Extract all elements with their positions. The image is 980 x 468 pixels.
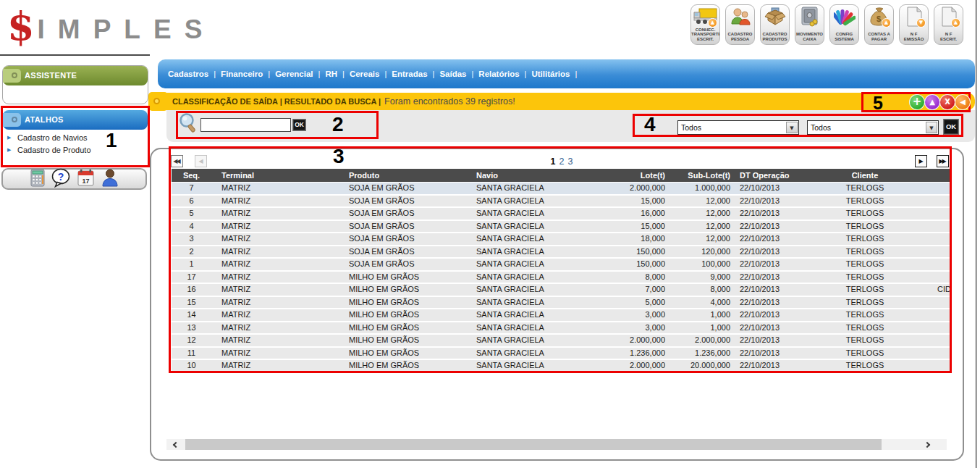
cell-sub-lote-t: 120,000	[669, 246, 735, 258]
table-row[interactable]: 3MATRIZSOJA EM GRÃOSSANTA GRACIELA18,000…	[172, 233, 952, 245]
menu-item-cereais[interactable]: Cereais	[350, 70, 380, 78]
menu-item-utilitarios[interactable]: Utilitários	[531, 70, 570, 78]
pagination-page-2[interactable]: 2	[559, 156, 565, 167]
table-row[interactable]: 6MATRIZSOJA EM GRÃOSSANTA GRACIELA15,000…	[172, 196, 952, 207]
back-icon[interactable]: ◀	[955, 94, 971, 110]
toolbar-button-movimento-caixa[interactable]: MOVIMENTOCAIXA	[795, 4, 824, 45]
menu-item-gerencial[interactable]: Gerencial	[275, 70, 313, 78]
table-row[interactable]: 11MATRIZMILHO EM GRÃOSSANTA GRACIELA1.23…	[172, 348, 952, 359]
annotation-number-3: 3	[333, 146, 345, 167]
toolbar-button-cadastro-produtos[interactable]: CADASTROPRODUTOS	[760, 4, 790, 45]
column-header-sub-lote-t[interactable]: Sub-Lote(t)	[669, 169, 735, 182]
menu-item-financeiro[interactable]: Financeiro	[221, 70, 263, 78]
chevron-down-icon[interactable]: ▼	[926, 122, 937, 133]
cell-navio: SANTA GRACIELA	[467, 297, 615, 309]
calendar-button[interactable]: 17	[77, 169, 95, 190]
toolbar-button-label: N FEMISSÃO	[900, 32, 928, 42]
cell-extra: CID	[930, 284, 952, 296]
toolbar-button-n-f-escrit[interactable]: ▲N FESCRIT.	[934, 4, 963, 45]
box-icon	[761, 6, 789, 28]
toolbar-button-n-f-emissao[interactable]: ▼N FEMISSÃO	[899, 4, 929, 45]
filter-select-1-value: Todos	[681, 123, 701, 132]
chevron-down-icon[interactable]: ▼	[786, 122, 798, 133]
menu-item-entradas[interactable]: Entradas	[392, 70, 427, 78]
calculator-button[interactable]	[30, 169, 45, 190]
column-header-navio[interactable]: Navio	[467, 169, 615, 182]
menu-item-rh[interactable]: RH	[325, 70, 337, 78]
cell-extra	[930, 309, 952, 321]
help-button[interactable]: ?	[51, 168, 71, 191]
menu-item-relatorios[interactable]: Relatórios	[478, 70, 519, 78]
table-row[interactable]: 2MATRIZSOJA EM GRÃOSSANTA GRACIELA150,00…	[172, 246, 952, 258]
table-row[interactable]: 17MATRIZMILHO EM GRÃOSSANTA GRACIELA8,00…	[172, 272, 952, 283]
scroll-left-arrow-icon[interactable]	[166, 439, 185, 450]
column-header-terminal[interactable]: Terminal	[211, 169, 340, 182]
table-header-row: Seq.TerminalProdutoNavioLote(t)Sub-Lote(…	[172, 169, 952, 182]
toolbar-button-label: MOVIMENTOCAIXA	[795, 32, 824, 42]
column-header-dt-operacao[interactable]: DT Operação	[735, 169, 800, 182]
user-button[interactable]	[101, 168, 119, 190]
cell-seq: 14	[172, 309, 211, 321]
cell-extra	[930, 196, 952, 207]
table-row[interactable]: 14MATRIZMILHO EM GRÃOSSANTA GRACIELA3,00…	[172, 309, 952, 321]
scroll-right-arrow-icon[interactable]	[922, 439, 937, 450]
filter-select-2[interactable]: Todos ▼	[807, 120, 939, 135]
cell-lote-t: 7,000	[615, 284, 669, 296]
search-ok-button[interactable]: OK	[292, 119, 306, 131]
filter-ok-button[interactable]: OK	[943, 119, 959, 135]
table-row[interactable]: 15MATRIZMILHO EM GRÃOSSANTA GRACIELA5,00…	[172, 297, 952, 309]
cell-extra	[930, 297, 952, 309]
filter-select-1[interactable]: Todos ▼	[677, 120, 799, 135]
up-icon[interactable]: ▲	[924, 94, 940, 110]
table-row[interactable]: 12MATRIZMILHO EM GRÃOSSANTA GRACIELA2.00…	[172, 335, 952, 346]
cell-produto: MILHO EM GRÃOS	[340, 272, 467, 283]
cell-seq: 15	[172, 297, 211, 309]
user-icon	[101, 168, 119, 190]
horizontal-scrollbar[interactable]	[166, 439, 947, 450]
pagination-page-3[interactable]: 3	[567, 156, 573, 167]
sidebar-item-cadastro-de-produto[interactable]: ▶Cadastro de Produto	[3, 144, 148, 156]
column-header-lote-t[interactable]: Lote(t)	[615, 169, 669, 182]
toolbar-button-config-sistema[interactable]: CONFIGSISTEMA	[829, 4, 859, 45]
toolbar-button-conhec-transporte-escrit[interactable]: ▲CONHEC.TRANSPORTEESCRIT.	[690, 4, 720, 45]
table-row[interactable]: 7MATRIZSOJA EM GRÃOSSANTA GRACIELA2.000,…	[172, 183, 952, 194]
statusbar-title: CLASSIFICAÇÃO DE SAÍDA | RESULTADO DA BU…	[172, 97, 381, 106]
cell-seq: 1	[172, 259, 211, 270]
table-row[interactable]: 1MATRIZSOJA EM GRÃOSSANTA GRACIELA150,00…	[172, 259, 952, 270]
menu-item-saidas[interactable]: Saídas	[439, 70, 466, 78]
scrollbar-thumb[interactable]	[185, 439, 882, 450]
column-header-produto[interactable]: Produto	[340, 169, 467, 182]
cell-produto: MILHO EM GRÃOS	[340, 335, 467, 346]
cell-lote-t: 15,000	[615, 196, 669, 207]
toolbar-button-cadastro-pessoa[interactable]: CADASTROPESSOA	[725, 4, 755, 45]
table-row[interactable]: 4MATRIZSOJA EM GRÃOSSANTA GRACIELA15,000…	[172, 221, 952, 233]
person-group-icon	[726, 6, 754, 28]
close-icon[interactable]: X	[939, 94, 955, 110]
cell-sub-lote-t: 12,000	[669, 196, 735, 207]
cell-extra	[930, 221, 952, 233]
logo-dollar-icon: $	[7, 3, 35, 49]
add-icon[interactable]: +	[909, 94, 925, 110]
cell-produto: MILHO EM GRÃOS	[340, 284, 467, 296]
cell-dt-operacao: 22/10/2013	[735, 246, 800, 258]
column-header-seq[interactable]: Seq.	[172, 169, 211, 182]
table-row[interactable]: 16MATRIZMILHO EM GRÃOSSANTA GRACIELA7,00…	[172, 284, 952, 296]
menu-item-cadastros[interactable]: Cadastros	[168, 70, 208, 78]
toolbar-button-contas-a-pagar[interactable]: $▲CONTAS APAGAR	[864, 4, 894, 45]
table-row[interactable]: 5MATRIZSOJA EM GRÃOSSANTA GRACIELA16,000…	[172, 208, 952, 220]
table-row[interactable]: 13MATRIZMILHO EM GRÃOSSANTA GRACIELA3,00…	[172, 322, 952, 334]
cell-sub-lote-t: 8,000	[669, 284, 735, 296]
cell-extra	[930, 335, 952, 346]
annotation-number-5: 5	[873, 93, 883, 113]
cell-navio: SANTA GRACIELA	[467, 233, 615, 245]
cell-terminal: MATRIZ	[211, 335, 340, 346]
column-header-cliente[interactable]: Cliente	[800, 169, 930, 182]
cell-produto: MILHO EM GRÃOS	[340, 348, 467, 359]
atalhos-header[interactable]: ATALHOS	[3, 110, 148, 130]
sidebar-item-cadastro-de-navios[interactable]: ▶Cadastro de Navios	[3, 132, 148, 144]
assistente-header[interactable]: ASSISTENTE	[3, 66, 148, 85]
table-row[interactable]: 10MATRIZMILHO EM GRÃOSSANTA GRACIELA2.00…	[172, 360, 952, 372]
search-input[interactable]	[200, 118, 291, 132]
safe-icon	[795, 6, 824, 28]
cell-sub-lote-t: 1.000,000	[669, 183, 735, 194]
